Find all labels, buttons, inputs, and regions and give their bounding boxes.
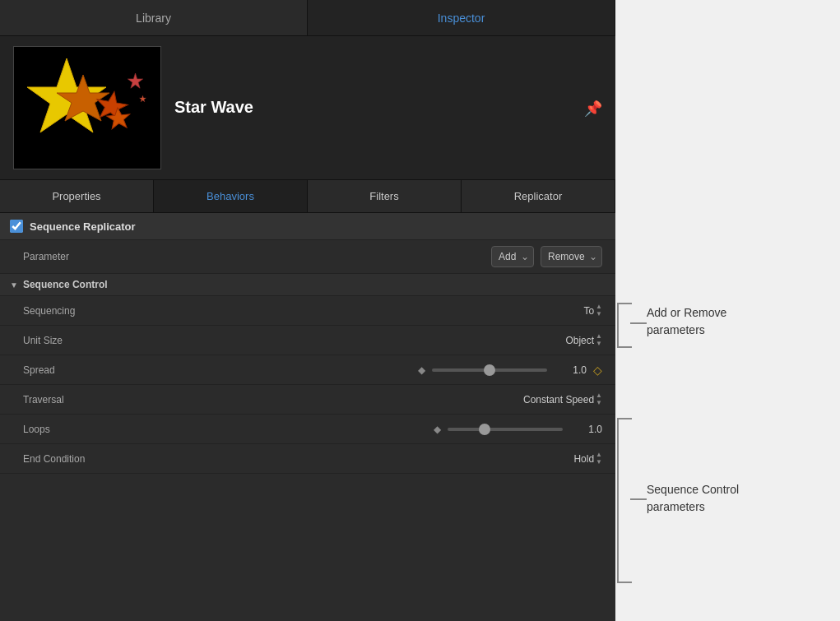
sequencing-down-arrow[interactable]: ▼ xyxy=(596,311,602,318)
traversal-value: Constant Speed xyxy=(523,394,594,406)
end-condition-value: Hold xyxy=(561,453,594,465)
end-condition-controls: Hold ▲ ▼ xyxy=(122,452,602,466)
content-panel: Sequence Replicator Parameter Add Remove xyxy=(0,213,615,621)
preview-title-area: Star Wave 📌 xyxy=(174,98,602,118)
loops-row: Loops ◆ 1.0 xyxy=(0,415,615,444)
parameter-label: Parameter xyxy=(23,251,122,262)
end-condition-arrows[interactable]: ▲ ▼ xyxy=(596,452,602,466)
add-remove-bracket-mid xyxy=(630,322,647,324)
unit-size-value: Object xyxy=(561,335,594,346)
preview-title: Star Wave xyxy=(174,98,253,117)
add-remove-annotation: Add or Removeparameters xyxy=(647,304,726,339)
right-panel: Add or Removeparameters Sequence Control… xyxy=(615,0,840,621)
seq-ctrl-bracket-bottom xyxy=(617,582,632,583)
sequencing-label: Sequencing xyxy=(23,305,122,317)
add-remove-bracket-top xyxy=(617,303,632,304)
section-header: Sequence Replicator xyxy=(0,213,615,240)
parameter-row: Parameter Add Remove xyxy=(0,240,615,274)
traversal-controls: Constant Speed ▲ ▼ xyxy=(122,392,602,407)
end-condition-row: End Condition Hold ▲ ▼ xyxy=(0,444,615,474)
traversal-arrows[interactable]: ▲ ▼ xyxy=(596,392,602,407)
spread-row: Spread ◆ 1.0 ◇ xyxy=(0,355,615,385)
seq-ctrl-bracket-mid xyxy=(630,498,647,500)
sub-tabs: Properties Behaviors Filters Replicator xyxy=(0,180,615,213)
sequencing-stepper: To ▲ ▼ xyxy=(561,304,602,318)
seq-ctrl-annotation-text: Sequence Controlparameters xyxy=(647,483,739,513)
unit-size-down-arrow[interactable]: ▼ xyxy=(596,341,602,348)
pin-icon[interactable]: 📌 xyxy=(584,100,602,118)
sequence-control-title: Sequence Control xyxy=(23,279,108,290)
tab-filters[interactable]: Filters xyxy=(308,180,462,212)
loops-slider[interactable] xyxy=(448,428,563,431)
preview-thumbnail xyxy=(13,46,161,169)
seq-ctrl-bracket-vertical xyxy=(617,418,619,582)
spread-controls: ◆ 1.0 ◇ xyxy=(122,364,602,377)
end-condition-down-arrow[interactable]: ▼ xyxy=(596,459,602,466)
loops-slider-container: ◆ 1.0 xyxy=(122,424,602,435)
collapse-triangle-icon[interactable]: ▼ xyxy=(10,280,18,290)
tab-behaviors[interactable]: Behaviors xyxy=(154,180,308,212)
remove-dropdown[interactable]: Remove xyxy=(541,246,602,267)
end-condition-stepper: Hold ▲ ▼ xyxy=(561,452,602,466)
spread-label: Spread xyxy=(23,364,122,376)
traversal-stepper: Constant Speed ▲ ▼ xyxy=(523,392,602,407)
loops-value: 1.0 xyxy=(569,424,602,435)
tab-properties[interactable]: Properties xyxy=(0,180,154,212)
tab-library[interactable]: Library xyxy=(0,0,308,35)
sequencing-value: To xyxy=(561,305,594,317)
sequencing-controls: To ▲ ▼ xyxy=(122,304,602,318)
end-condition-label: End Condition xyxy=(23,453,122,465)
top-tabs: Library Inspector xyxy=(0,0,615,36)
traversal-row: Traversal Constant Speed ▲ ▼ xyxy=(0,385,615,415)
unit-size-label: Unit Size xyxy=(23,335,122,346)
preview-area: Star Wave 📌 xyxy=(0,36,615,180)
traversal-down-arrow[interactable]: ▼ xyxy=(596,400,602,407)
unit-size-controls: Object ▲ ▼ xyxy=(122,333,602,348)
spread-slider-icon: ◆ xyxy=(418,364,425,376)
svg-marker-4 xyxy=(128,73,142,88)
sequencing-row: Sequencing To ▲ ▼ xyxy=(0,296,615,326)
remove-dropdown-wrapper: Remove xyxy=(541,246,602,267)
unit-size-row: Unit Size Object ▲ ▼ xyxy=(0,326,615,355)
tab-replicator[interactable]: Replicator xyxy=(462,180,615,212)
spread-slider-container: ◆ 1.0 ◇ xyxy=(122,364,602,377)
unit-size-arrows[interactable]: ▲ ▼ xyxy=(596,333,602,348)
sequence-replicator-checkbox[interactable] xyxy=(10,220,23,233)
spread-keyframe-diamond[interactable]: ◇ xyxy=(593,364,602,377)
spread-slider[interactable] xyxy=(432,368,547,372)
left-panel: Library Inspector Star Wave xyxy=(0,0,615,621)
svg-marker-5 xyxy=(140,95,146,102)
add-dropdown[interactable]: Add xyxy=(491,246,534,267)
loops-slider-icon: ◆ xyxy=(434,424,441,435)
add-remove-annotation-text: Add or Removeparameters xyxy=(647,306,726,336)
sequence-control-header: ▼ Sequence Control xyxy=(0,274,615,296)
seq-ctrl-annotation: Sequence Controlparameters xyxy=(647,481,739,516)
add-remove-bracket-bottom xyxy=(617,346,632,348)
parameter-controls: Add Remove xyxy=(122,246,602,267)
sequencing-arrows[interactable]: ▲ ▼ xyxy=(596,304,602,318)
add-remove-bracket-vertical xyxy=(617,303,619,347)
section-title: Sequence Replicator xyxy=(30,220,136,233)
add-dropdown-wrapper: Add xyxy=(491,246,534,267)
loops-label: Loops xyxy=(23,424,122,435)
traversal-label: Traversal xyxy=(23,394,122,406)
loops-controls: ◆ 1.0 xyxy=(122,424,602,435)
unit-size-stepper: Object ▲ ▼ xyxy=(561,333,602,348)
tab-inspector[interactable]: Inspector xyxy=(308,0,615,35)
spread-value: 1.0 xyxy=(554,364,587,376)
seq-ctrl-bracket-top xyxy=(617,418,632,419)
